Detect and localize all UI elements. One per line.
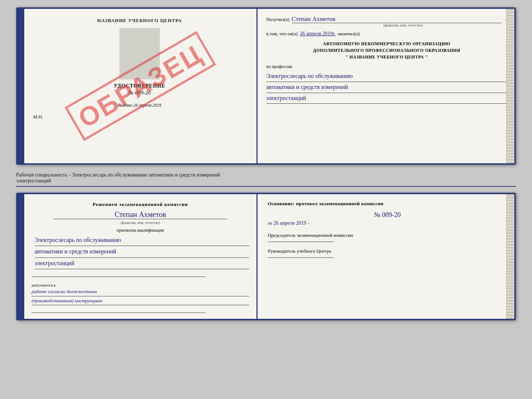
allowed-text2: (производственным) инструкциям [32, 296, 249, 305]
recipient-row: Получил(а) Степан Ахметов – [266, 15, 507, 23]
bottom-sig-line [32, 313, 206, 313]
chairman-sig-line [268, 242, 334, 242]
director-sig-line [268, 257, 334, 258]
completed-label: окончил(а) [338, 31, 360, 37]
bottom-qualification-book: Решением экзаменационной комиссии Степан… [16, 193, 516, 320]
org-line3: " НАЗВАНИЕ УЧЕБНОГО ЦЕНТРА " [266, 54, 507, 60]
bottom-book-spine [18, 194, 24, 319]
issued-date: 26 апреля 2019 [133, 103, 161, 108]
director-line1: Руководитель учебного [268, 248, 315, 254]
certificate-right-page: Получил(а) Степан Ахметов – (фамилия, им… [258, 9, 514, 163]
middle-line2: электростанций [16, 178, 516, 184]
chairman-label: Председатель экзаменационной комиссии [268, 232, 507, 239]
right-side-strip [506, 9, 514, 163]
profession-label: по профессии [266, 64, 507, 70]
mp-label: М.П. [33, 114, 249, 120]
completion-date: 26 апреля 2019г. [300, 31, 335, 37]
in-that-label: в том, что он(а) [266, 31, 298, 37]
prof-line3: электростанций [266, 93, 507, 104]
middle-description: Рабочая специальность - Электрослесарь п… [16, 171, 516, 187]
book-spine [18, 9, 24, 163]
assigned-label: присвоена квалификация [32, 228, 249, 233]
chairman-line2: комиссии [334, 232, 353, 238]
protocol-date: от 26 апреля 2019 – [268, 220, 507, 226]
org-block: АВТОНОМНУЮ НЕКОММЕРЧЕСКУЮ ОРГАНИЗАЦИЮ ДО… [266, 40, 507, 60]
chairman-line1: Председатель экзаменационной [268, 232, 332, 238]
qual-line1: Электрослесарь по обслуживанию [35, 235, 249, 246]
allowed-label: допускается к [32, 283, 249, 287]
bottom-recipient-name: Степан Ахметов [53, 210, 227, 219]
recipient-name: Степан Ахметов [292, 15, 502, 23]
date-prefix: от [268, 220, 272, 226]
allowed-block: допускается к работе согласно должностны… [32, 283, 249, 305]
qual-line3: электростанций [35, 258, 249, 269]
qual-sig-line [32, 277, 206, 277]
basis-title: Основание: протокол экзаменационной коми… [268, 201, 507, 207]
org-line1: АВТОНОМНУЮ НЕКОММЕРЧЕСКУЮ ОРГАНИЗАЦИЮ [266, 40, 507, 47]
org-line2: ДОПОЛНИТЕЛЬНОГО ПРОФЕССИОНАЛЬНОГО ОБРАЗО… [266, 47, 507, 54]
dash-right: – [308, 220, 310, 226]
prof-line2: автоматики и средств измерений [266, 82, 507, 93]
cert-number: № 009-20 [30, 90, 249, 96]
bottom-name-subtitle: (фамилия, имя, отчество) [32, 221, 249, 225]
decision-title: Решением экзаменационной комиссии [32, 202, 249, 207]
top-certificate-book: НАЗВАНИЕ УЧЕБНОГО ЦЕНТРА УДОСТОВЕРЕНИЕ №… [16, 7, 516, 165]
bottom-right-strip [506, 194, 514, 319]
issued-label: Выдано [118, 103, 132, 108]
qual-line2: автоматики и средств измерений [35, 246, 249, 257]
certificate-left-page: НАЗВАНИЕ УЧЕБНОГО ЦЕНТРА УДОСТОВЕРЕНИЕ №… [24, 9, 258, 163]
middle-line1: Рабочая специальность - Электрослесарь п… [16, 172, 516, 178]
protocol-date-value: 26 апреля 2019 [273, 220, 306, 226]
photo-placeholder [119, 28, 160, 79]
protocol-number: № 009-20 [268, 211, 507, 219]
director-label: Руководитель учебного Центра [268, 248, 507, 254]
prof-line1: Электрослесарь по обслуживанию [266, 71, 507, 82]
name-subtitle: (фамилия, имя, отчество) [299, 23, 507, 27]
cert-issued: Выдано 26 апреля 2019 [30, 103, 249, 108]
director-line2: Центра [316, 248, 331, 254]
received-label: Получил(а) [266, 17, 290, 22]
cert-school-name: НАЗВАНИЕ УЧЕБНОГО ЦЕНТРА [30, 18, 249, 24]
allowed-text1: работе согласно должностным [32, 287, 249, 296]
cert-type: УДОСТОВЕРЕНИЕ [30, 83, 249, 89]
qualification-right-page: Основание: протокол экзаменационной коми… [258, 194, 514, 319]
qualification-left-page: Решением экзаменационной комиссии Степан… [24, 194, 258, 319]
date-row: в том, что он(а) 26 апреля 2019г. окончи… [266, 31, 507, 37]
